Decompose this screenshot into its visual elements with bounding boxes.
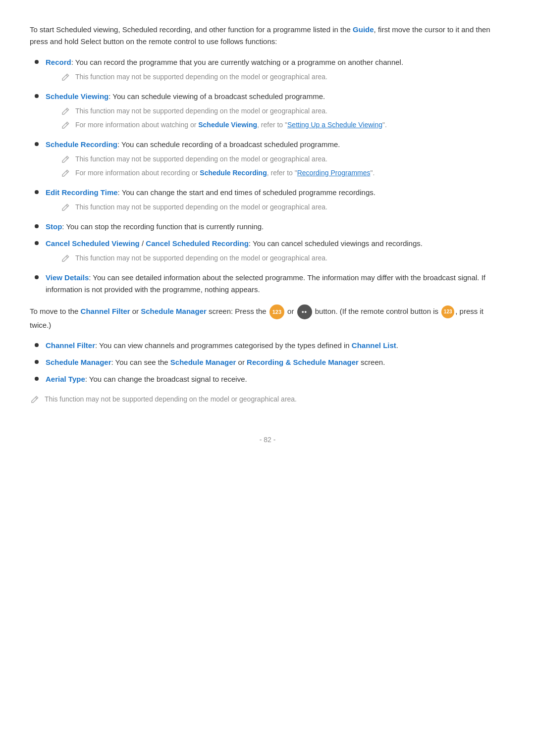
main-feature-list: Record: You can record the programme tha…	[30, 56, 505, 296]
bullet-dot	[35, 190, 39, 194]
schedule-viewing-note-1: This function may not be supported depen…	[60, 106, 505, 116]
note-text-2: For more information about recording or …	[75, 168, 374, 178]
schedule-manager-link-2[interactable]: Schedule Manager	[46, 358, 111, 366]
pencil-icon	[60, 202, 70, 212]
pencil-icon	[60, 154, 70, 164]
aerial-type-content: Aerial Type: You can change the broadcas…	[46, 373, 505, 385]
list-item-schedule-recording: Schedule Recording: You can schedule rec…	[30, 139, 505, 182]
page-footer: - 82 -	[30, 434, 505, 445]
list-item-aerial-type: Aerial Type: You can change the broadcas…	[30, 373, 505, 385]
btn-dots-icon: ••	[297, 304, 312, 319]
schedule-recording-note-1: This function may not be supported depen…	[60, 154, 505, 164]
aerial-type-label: Aerial Type: You can change the broadcas…	[46, 375, 247, 383]
channel-filter-link-2[interactable]: Channel Filter	[46, 341, 95, 350]
schedule-viewing-content: Schedule Viewing: You can schedule viewi…	[46, 91, 505, 134]
cancel-scheduled-viewing-link[interactable]: Cancel Scheduled Viewing	[46, 239, 140, 248]
recording-schedule-manager-link[interactable]: Recording & Schedule Manager	[247, 358, 359, 366]
channel-list-link[interactable]: Channel List	[352, 341, 396, 350]
schedule-recording-link[interactable]: Schedule Recording	[46, 140, 117, 149]
secondary-feature-list: Channel Filter: You can view channels an…	[30, 340, 505, 385]
cancel-scheduled-label: Cancel Scheduled Viewing / Cancel Schedu…	[46, 239, 423, 248]
aerial-type-link[interactable]: Aerial Type	[46, 375, 85, 383]
record-link[interactable]: Record	[46, 58, 71, 66]
list-item-channel-filter: Channel Filter: You can view channels an…	[30, 340, 505, 352]
record-label: Record: You can record the programme tha…	[46, 58, 403, 66]
stop-link[interactable]: Stop	[46, 222, 62, 231]
schedule-recording-label: Schedule Recording: You can schedule rec…	[46, 140, 340, 149]
pencil-icon	[60, 72, 70, 82]
note-text-2: For more information about watching or S…	[75, 120, 387, 130]
recording-programmes-link[interactable]: Recording Programmes	[297, 169, 371, 177]
note-text: This function may not be supported depen…	[75, 154, 327, 164]
btn-123-icon-2: 123	[441, 305, 454, 318]
list-item-stop: Stop: You can stop the recording functio…	[30, 221, 505, 233]
schedule-viewing-link[interactable]: Schedule Viewing	[46, 92, 108, 101]
cancel-scheduled-content: Cancel Scheduled Viewing / Cancel Schedu…	[46, 238, 505, 267]
bullet-dot	[35, 275, 39, 279]
list-item-record: Record: You can record the programme tha…	[30, 56, 505, 86]
page-number: - 82 -	[260, 436, 276, 444]
record-note-text: This function may not be supported depen…	[75, 72, 327, 82]
list-item-schedule-manager: Schedule Manager: You can see the Schedu…	[30, 356, 505, 368]
schedule-viewing-label: Schedule Viewing: You can schedule viewi…	[46, 92, 325, 101]
schedule-manager-link-3[interactable]: Schedule Manager	[170, 358, 236, 366]
bullet-dot	[35, 360, 39, 364]
schedule-viewing-note-2: For more information about watching or S…	[60, 120, 505, 130]
pencil-icon	[30, 395, 40, 404]
schedule-recording-link-2[interactable]: Schedule Recording	[200, 169, 267, 177]
bullet-dot	[35, 241, 39, 245]
pencil-icon	[60, 106, 70, 116]
bottom-note-text: This function may not be supported depen…	[45, 394, 297, 404]
stop-content: Stop: You can stop the recording functio…	[46, 221, 505, 233]
pencil-icon	[60, 120, 70, 130]
record-note-1: This function may not be supported depen…	[60, 72, 505, 82]
bullet-dot	[35, 377, 39, 381]
view-details-content: View Details: You can see detailed infor…	[46, 272, 505, 296]
bullet-dot	[35, 343, 39, 347]
btn-123-icon: 123	[269, 304, 284, 319]
cancel-scheduled-note-1: This function may not be supported depen…	[60, 253, 505, 263]
bullet-dot	[35, 60, 39, 64]
schedule-manager-content: Schedule Manager: You can see the Schedu…	[46, 356, 505, 368]
schedule-manager-label: Schedule Manager: You can see the Schedu…	[46, 358, 385, 366]
schedule-manager-link[interactable]: Schedule Manager	[141, 307, 207, 315]
schedule-viewing-link-2[interactable]: Schedule Viewing	[198, 121, 257, 129]
view-details-label: View Details: You can see detailed infor…	[46, 273, 485, 294]
stop-label: Stop: You can stop the recording functio…	[46, 222, 264, 231]
edit-recording-content: Edit Recording Time: You can change the …	[46, 187, 505, 216]
view-details-link[interactable]: View Details	[46, 273, 89, 282]
list-item-cancel-scheduled: Cancel Scheduled Viewing / Cancel Schedu…	[30, 238, 505, 267]
guide-link[interactable]: Guide	[353, 25, 374, 34]
bullet-dot	[35, 224, 39, 228]
channel-filter-content: Channel Filter: You can view channels an…	[46, 340, 505, 352]
channel-filter-link[interactable]: Channel Filter	[81, 307, 130, 315]
intro-paragraph: To start Scheduled viewing, Scheduled re…	[30, 24, 505, 48]
bullet-dot	[35, 94, 39, 98]
edit-recording-note-1: This function may not be supported depen…	[60, 202, 505, 212]
schedule-recording-content: Schedule Recording: You can schedule rec…	[46, 139, 505, 182]
list-item-edit-recording-time: Edit Recording Time: You can change the …	[30, 187, 505, 216]
list-item-view-details: View Details: You can see detailed infor…	[30, 272, 505, 296]
bottom-note: This function may not be supported depen…	[30, 394, 505, 404]
note-text: This function may not be supported depen…	[75, 253, 327, 263]
cancel-scheduled-recording-link[interactable]: Cancel Scheduled Recording	[146, 239, 249, 248]
list-item-schedule-viewing: Schedule Viewing: You can schedule viewi…	[30, 91, 505, 134]
edit-recording-label: Edit Recording Time: You can change the …	[46, 188, 375, 197]
schedule-recording-note-2: For more information about recording or …	[60, 168, 505, 178]
pencil-icon	[60, 253, 70, 263]
setting-up-link[interactable]: Setting Up a Schedule Viewing	[287, 121, 382, 129]
channel-filter-label: Channel Filter: You can view channels an…	[46, 341, 398, 350]
note-text: This function may not be supported depen…	[75, 202, 327, 212]
channel-filter-para: To move to the Channel Filter or Schedul…	[30, 304, 505, 332]
pencil-icon	[60, 168, 70, 178]
note-text: This function may not be supported depen…	[75, 106, 327, 116]
record-content: Record: You can record the programme tha…	[46, 56, 505, 86]
bullet-dot	[35, 142, 39, 146]
edit-recording-link[interactable]: Edit Recording Time	[46, 188, 118, 197]
